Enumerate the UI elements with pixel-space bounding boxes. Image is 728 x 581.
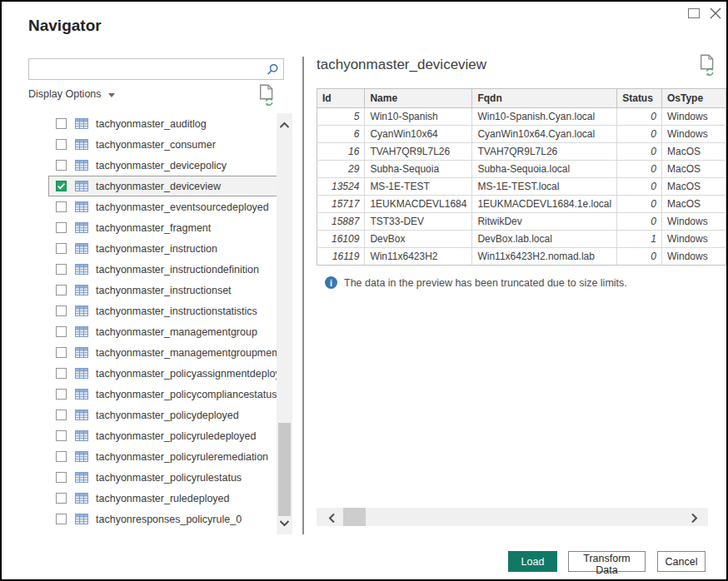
table-list-item[interactable]: tachyonmaster_policyruledeployed <box>48 425 278 446</box>
table-cell: MacOS <box>661 143 726 161</box>
checkbox-icon[interactable] <box>56 347 67 358</box>
navigator-dialog: Navigator Display Options tachyonmaster_… <box>0 0 728 581</box>
scrollbar-thumb-horizontal[interactable] <box>343 508 366 526</box>
close-icon[interactable] <box>709 7 722 20</box>
scroll-up-icon[interactable] <box>279 117 290 132</box>
table-icon <box>75 472 88 483</box>
dialog-title: Navigator <box>28 17 102 35</box>
table-name: tachyonmaster_policyruleremediation <box>96 451 268 463</box>
table-cell: Windows <box>661 231 726 248</box>
scrollbar-thumb[interactable] <box>278 423 291 516</box>
table-cell: 0 <box>617 178 662 196</box>
checkbox-icon[interactable] <box>56 118 67 129</box>
scroll-down-icon[interactable] <box>279 515 290 530</box>
table-icon <box>75 389 88 400</box>
table-list-item[interactable]: tachyonmaster_devicepolicy <box>48 155 278 176</box>
truncation-notice: i The data in the preview has been trunc… <box>325 276 627 289</box>
table-icon <box>75 222 88 233</box>
table-list-item[interactable]: tachyonmaster_consumer <box>48 134 278 155</box>
table-list-item[interactable]: tachyonresponses_policyrule_0 <box>48 509 278 529</box>
table-list-item[interactable]: tachyonmaster_fragment <box>48 217 278 238</box>
table-list-item[interactable]: tachyonmaster_managementgroupmem... <box>48 342 278 363</box>
checkbox-icon[interactable] <box>56 514 67 524</box>
checkbox-icon[interactable] <box>56 451 67 462</box>
table-list-item[interactable]: tachyonmaster_policyassignmentdeploy... <box>48 363 278 384</box>
checkbox-icon[interactable] <box>56 222 67 233</box>
cancel-button[interactable]: Cancel <box>657 551 706 572</box>
table-cell: RitwikDev <box>472 213 617 231</box>
checkbox-icon[interactable] <box>56 493 67 504</box>
table-list-item[interactable]: tachyonmaster_ruledeployed <box>48 488 278 509</box>
table-icon <box>75 160 88 171</box>
table-cell: 0 <box>617 248 662 266</box>
table-list-item[interactable]: tachyonmaster_instructionstatistics <box>48 300 278 321</box>
checkbox-icon[interactable] <box>56 368 67 379</box>
table-row: 6CyanWin10x64CyanWin10x64.Cyan.local0Win… <box>317 126 726 143</box>
table-cell: Windows <box>661 213 726 231</box>
table-list-item[interactable]: tachyonmaster_eventsourcedeployed <box>48 196 278 217</box>
transform-data-button[interactable]: Transform Data <box>568 551 646 572</box>
checkbox-icon[interactable] <box>56 389 67 400</box>
checkbox-icon[interactable] <box>56 160 67 171</box>
load-button[interactable]: Load <box>508 551 557 572</box>
table-row: 16119Win11x6423H2Win11x6423H2.nomad.lab0… <box>317 248 726 266</box>
checkbox-icon[interactable] <box>56 472 67 483</box>
table-list-item[interactable]: tachyonmaster_instruction <box>48 238 278 259</box>
table-list-item[interactable]: tachyonmaster_managementgroup <box>48 321 278 342</box>
refresh-preview-icon[interactable] <box>700 54 716 76</box>
table-list-item[interactable]: tachyonmaster_policycompliancestatus <box>48 384 278 405</box>
table-cell: 16119 <box>317 248 365 266</box>
table-cell: 16 <box>317 143 365 161</box>
search-input[interactable] <box>32 60 259 78</box>
display-options-dropdown[interactable]: Display Options <box>28 88 115 100</box>
table-list-item[interactable]: tachyonmaster_auditlog <box>48 113 278 134</box>
search-icon[interactable] <box>266 63 279 77</box>
checkbox-icon[interactable] <box>56 326 67 337</box>
table-name: tachyonmaster_devicepolicy <box>96 160 227 171</box>
table-icon <box>75 139 88 150</box>
table-cell: Win10-Spanish <box>365 108 472 126</box>
table-row: 157171EUKMACDEVL16841EUKMACDEVL1684.1e.l… <box>317 196 726 213</box>
table-cell: 0 <box>617 213 662 231</box>
checkbox-icon[interactable] <box>56 243 67 254</box>
table-list-item[interactable]: tachyonmaster_deviceview <box>48 176 278 196</box>
table-list-item[interactable]: tachyonmaster_policyruleremediation <box>48 446 278 467</box>
checkbox-icon[interactable] <box>56 264 67 275</box>
table-list-item[interactable]: tachyonmaster_instructiondefinition <box>48 259 278 280</box>
checkbox-checked-icon[interactable] <box>56 181 67 191</box>
table-row: 5Win10-SpanishWin10-Spanish.Cyan.local0W… <box>317 108 726 126</box>
table-name: tachyonmaster_policyassignmentdeploy... <box>96 368 288 380</box>
table-cell: 0 <box>617 196 662 213</box>
table-list-item[interactable]: tachyonmaster_policyrulestatus <box>48 467 278 488</box>
table-icon <box>75 264 88 275</box>
table-icon <box>75 410 88 420</box>
checkbox-icon[interactable] <box>56 139 67 150</box>
checkbox-icon[interactable] <box>56 305 67 316</box>
scroll-right-icon[interactable] <box>691 512 698 527</box>
table-list-item[interactable]: tachyonmaster_policydeployed <box>48 405 278 425</box>
vertical-scrollbar[interactable] <box>277 113 292 534</box>
scroll-left-icon[interactable] <box>328 512 336 527</box>
table-list-item[interactable]: tachyonmaster_instructionset <box>48 280 278 300</box>
table-cell: CyanWin10x64.Cyan.local <box>472 126 617 143</box>
table-cell: 13524 <box>317 178 365 196</box>
column-header: OsType <box>661 89 726 108</box>
checkbox-icon[interactable] <box>56 430 67 441</box>
checkbox-icon[interactable] <box>56 410 67 420</box>
table-cell: MS-1E-TEST <box>365 178 472 196</box>
table-cell: 15717 <box>317 196 365 213</box>
table-icon <box>75 305 88 316</box>
table-cell: 0 <box>617 143 662 161</box>
table-icon <box>75 493 88 504</box>
refresh-icon[interactable] <box>259 84 276 106</box>
column-header: Status <box>617 89 662 108</box>
table-row: 15887TST33-DEVRitwikDev0Windows <box>317 213 726 231</box>
table-icon <box>75 201 88 212</box>
column-header: Fqdn <box>472 89 617 108</box>
maximize-icon[interactable] <box>688 8 700 18</box>
checkbox-icon[interactable] <box>56 201 67 212</box>
table-icon <box>75 243 88 254</box>
checkbox-icon[interactable] <box>56 285 67 295</box>
horizontal-scrollbar[interactable] <box>317 508 708 526</box>
table-cell: 15887 <box>317 213 365 231</box>
